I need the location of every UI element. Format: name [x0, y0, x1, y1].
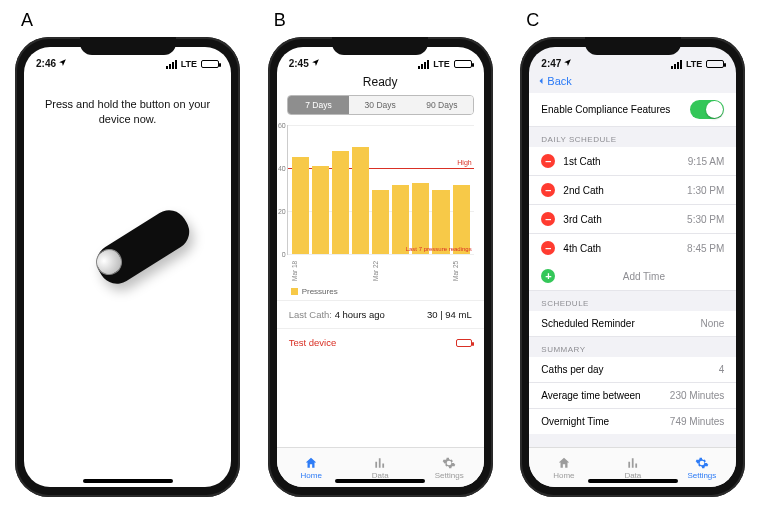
phone-frame-b: 2:45 LTE Ready 7 Days 30 Days 90 Days [268, 37, 493, 497]
segment-90days[interactable]: 90 Days [411, 96, 473, 114]
tab-home-label: Home [553, 471, 574, 480]
bar [453, 185, 470, 254]
summary-label: Overnight Time [541, 416, 670, 427]
clock: 2:46 [36, 58, 56, 69]
bar [352, 147, 369, 255]
chart-icon [626, 456, 640, 470]
x-tick [392, 259, 409, 283]
device-image [68, 187, 188, 337]
minus-icon[interactable]: – [541, 241, 555, 255]
screen-c: 2:47 LTE Back Enable Compliance Features [529, 47, 736, 487]
cath-time: 9:15 AM [688, 156, 725, 167]
bar [432, 190, 449, 255]
cath-name: 1st Cath [563, 156, 687, 167]
minus-icon[interactable]: – [541, 212, 555, 226]
back-label: Back [547, 75, 571, 87]
summary-row: Average time between230 Minutes [529, 383, 736, 409]
chevron-left-icon [535, 75, 547, 87]
legend-text: Pressures [302, 287, 338, 296]
gear-icon [442, 456, 456, 470]
x-tick: Mar 18 [291, 259, 308, 283]
chart-icon [373, 456, 387, 470]
x-tick [432, 259, 449, 283]
cath-row[interactable]: –1st Cath9:15 AM [529, 147, 736, 176]
summary-label: Caths per day [541, 364, 718, 375]
signal-icon [418, 60, 429, 69]
cath-row[interactable]: –2nd Cath1:30 PM [529, 176, 736, 205]
bar [412, 183, 429, 254]
bar [292, 157, 309, 254]
carrier-text: LTE [181, 59, 197, 69]
y-tick: 20 [277, 208, 286, 215]
x-tick [311, 259, 328, 283]
y-tick: 40 [277, 165, 286, 172]
y-tick: 60 [277, 122, 286, 129]
test-device-row[interactable]: Test device [277, 328, 484, 356]
scheduled-reminder-row[interactable]: Scheduled Reminder None [529, 311, 736, 337]
add-time-label: Add Time [563, 271, 724, 282]
segment-30days[interactable]: 30 Days [349, 96, 411, 114]
x-tick [331, 259, 348, 283]
segment-7days[interactable]: 7 Days [288, 96, 350, 114]
minus-icon[interactable]: – [541, 154, 555, 168]
pressure-chart: 0204060HighLast 7 pressure readings [287, 125, 474, 255]
summary-value: 230 Minutes [670, 390, 724, 401]
home-indicator [588, 479, 678, 483]
enable-compliance-row[interactable]: Enable Compliance Features [529, 93, 736, 127]
notch [80, 37, 176, 55]
instruction-text: Press and hold the button on your device… [40, 97, 215, 127]
cath-row[interactable]: –3rd Cath5:30 PM [529, 205, 736, 234]
bar [372, 190, 389, 255]
clock: 2:47 [541, 58, 561, 69]
segmented-control[interactable]: 7 Days 30 Days 90 Days [287, 95, 474, 115]
home-icon [304, 456, 318, 470]
section-daily-schedule: DAILY SCHEDULE [529, 127, 736, 147]
reminder-label: Scheduled Reminder [541, 318, 700, 329]
battery-icon [454, 60, 472, 68]
tab-home-label: Home [301, 471, 322, 480]
battery-icon [201, 60, 219, 68]
notch [332, 37, 428, 55]
readings-note: Last 7 pressure readings [406, 246, 472, 252]
location-icon [311, 58, 320, 69]
test-device-label: Test device [289, 337, 337, 348]
cath-time: 1:30 PM [687, 185, 724, 196]
summary-row: Overnight Time749 Minutes [529, 409, 736, 434]
carrier-text: LTE [686, 59, 702, 69]
location-icon [58, 58, 67, 69]
home-indicator [335, 479, 425, 483]
bar [332, 151, 349, 254]
add-time-row[interactable]: + Add Time [529, 262, 736, 291]
y-tick: 0 [277, 251, 286, 258]
legend-swatch [291, 288, 298, 295]
battery-low-icon [456, 339, 472, 347]
summary-value: 749 Minutes [670, 416, 724, 427]
cath-name: 3rd Cath [563, 214, 687, 225]
figure-label-a: A [21, 10, 248, 31]
home-indicator [83, 479, 173, 483]
x-tick: Mar 22 [372, 259, 389, 283]
summary-value: 30 | 94 mL [427, 309, 472, 320]
tab-settings-label: Settings [435, 471, 464, 480]
plus-icon: + [541, 269, 555, 283]
notch [585, 37, 681, 55]
cath-name: 2nd Cath [563, 185, 687, 196]
nav-back[interactable]: Back [529, 71, 736, 89]
battery-icon [706, 60, 724, 68]
cath-row[interactable]: –4th Cath8:45 PM [529, 234, 736, 262]
chart-legend: Pressures [291, 287, 470, 296]
minus-icon[interactable]: – [541, 183, 555, 197]
x-axis-labels: Mar 18Mar 22Mar 25 [291, 259, 470, 283]
screen-a: 2:46 LTE Press and hold the button on yo… [24, 47, 231, 487]
phone-frame-a: 2:46 LTE Press and hold the button on yo… [15, 37, 240, 497]
enable-compliance-label: Enable Compliance Features [541, 104, 690, 115]
carrier-text: LTE [433, 59, 449, 69]
bar [312, 166, 329, 254]
x-tick [412, 259, 429, 283]
figure-label-b: B [274, 10, 501, 31]
x-tick: Mar 25 [452, 259, 469, 283]
cath-name: 4th Cath [563, 243, 687, 254]
toggle-switch[interactable] [690, 100, 724, 119]
signal-icon [166, 60, 177, 69]
home-icon [557, 456, 571, 470]
